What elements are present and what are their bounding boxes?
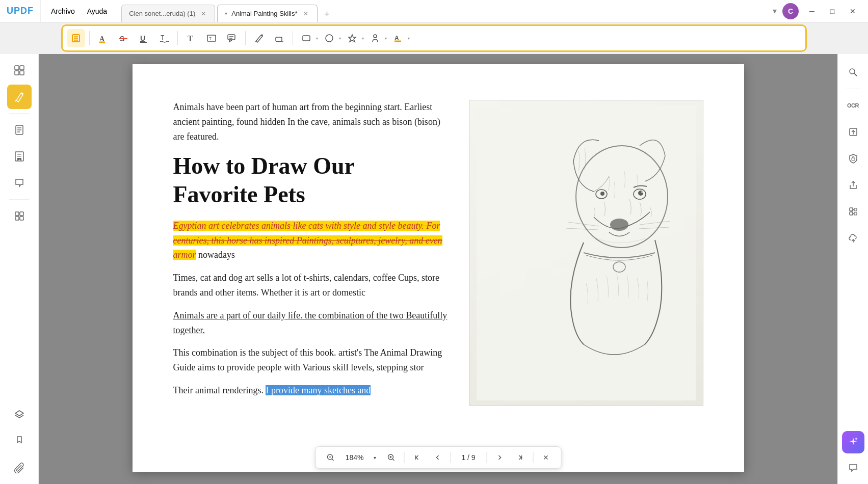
right-extract-icon[interactable]: [841, 120, 865, 144]
circle-tool-group[interactable]: ▾: [320, 29, 341, 47]
right-protect-icon[interactable]: [841, 146, 865, 171]
color-dropdown-arrow[interactable]: ▾: [408, 36, 410, 41]
zoom-value: 184%: [343, 453, 366, 462]
app-logo: UPDF: [0, 0, 41, 22]
right-sidebar: OCR: [837, 54, 868, 484]
svg-rect-27: [15, 66, 19, 70]
callout-tool-button[interactable]: [223, 29, 241, 47]
right-save-cloud-icon[interactable]: [841, 226, 865, 250]
document-area[interactable]: Animals have been part of human art from…: [39, 54, 837, 484]
heading-line-2: Favorite Pets: [173, 181, 305, 207]
sidebar-icon-comments[interactable]: [7, 171, 32, 195]
svg-point-24: [374, 35, 377, 38]
zoom-out-button[interactable]: [323, 450, 338, 465]
right-organize-icon[interactable]: [841, 199, 865, 224]
selected-text: I provide many sketches and: [266, 385, 371, 395]
sidebar-icon-bookmarks[interactable]: [7, 144, 32, 169]
text-box-tool-button[interactable]: T: [202, 29, 221, 47]
menu-ayuda[interactable]: Ayuda: [81, 5, 113, 17]
person-tool-button[interactable]: [366, 29, 384, 47]
sidebar-icon-layers[interactable]: [7, 402, 32, 427]
sidebar-icon-attachments[interactable]: [7, 455, 32, 480]
svg-rect-28: [20, 66, 24, 70]
right-share-icon[interactable]: [841, 173, 865, 197]
person-dropdown-arrow[interactable]: ▾: [385, 36, 387, 41]
add-tab-button[interactable]: +: [320, 7, 335, 22]
star-dropdown-arrow[interactable]: ▾: [362, 36, 364, 41]
underline-tool-button[interactable]: U: [135, 29, 153, 47]
tab-1[interactable]: Cien sonet...eruda) (1) ✕: [121, 5, 215, 22]
svg-rect-74: [850, 208, 853, 211]
tabs-area: Cien sonet...eruda) (1) ✕ ▾ Animal Paint…: [117, 0, 767, 22]
star-tool-group[interactable]: ▾: [343, 29, 364, 47]
svg-text:T: T: [209, 36, 212, 41]
svg-marker-45: [15, 411, 23, 416]
shapes-tool-group[interactable]: ▾: [297, 29, 318, 47]
navigation-bar: 184% ▾ 1 / 9: [315, 446, 561, 469]
squiggle-tool-button[interactable]: T: [155, 29, 173, 47]
color-tool-group[interactable]: A ▾: [389, 29, 410, 47]
first-page-button[interactable]: [409, 450, 425, 465]
tab-2-label: Animal Painting Skills*: [231, 10, 297, 17]
svg-rect-21: [303, 36, 310, 41]
close-nav-button[interactable]: ✕: [538, 450, 554, 465]
main-paragraph-1: Times, cat and dog art sells a lot of t-…: [173, 271, 454, 300]
shapes-tool-button[interactable]: [297, 29, 315, 47]
zoom-in-button[interactable]: [383, 450, 399, 465]
menu-archivo[interactable]: Archivo: [45, 5, 81, 17]
strikethrough-paragraph: Egyptian art celebrates animals like cat…: [173, 219, 454, 262]
minimize-button[interactable]: ─: [803, 4, 821, 18]
app-logo-text: UPDF: [7, 6, 34, 16]
right-search-icon[interactable]: [841, 60, 865, 85]
nav-separator-1: [404, 452, 404, 463]
last-page-button[interactable]: [512, 450, 528, 465]
svg-point-22: [326, 35, 333, 42]
title-bar: UPDF Archivo Ayuda Cien sonet...eruda) (…: [0, 0, 868, 22]
close-button[interactable]: ✕: [844, 4, 862, 18]
sidebar-icon-annotations[interactable]: [7, 85, 32, 109]
tab-1-close[interactable]: ✕: [199, 10, 207, 18]
pencil-tool-button[interactable]: [250, 29, 268, 47]
select-tool-button[interactable]: [67, 29, 85, 47]
user-avatar[interactable]: C: [782, 3, 799, 19]
sidebar-icon-pages[interactable]: [7, 118, 32, 142]
svg-marker-23: [349, 35, 356, 42]
expand-icon[interactable]: ▾: [767, 4, 782, 19]
svg-point-51: [641, 191, 643, 193]
svg-rect-19: [276, 37, 282, 41]
highlight-tool-button[interactable]: A: [94, 29, 112, 47]
sidebar-icon-organize[interactable]: [7, 204, 32, 228]
next-page-button[interactable]: [492, 450, 507, 465]
right-divider-1: [846, 89, 861, 89]
svg-point-77: [855, 438, 857, 440]
nav-separator-2: [450, 452, 451, 463]
separator-2: [177, 31, 178, 45]
eraser-tool-button[interactable]: [270, 29, 288, 47]
right-ai-icon[interactable]: [842, 431, 864, 453]
tab-2[interactable]: ▾ Animal Painting Skills* ✕: [217, 5, 317, 22]
person-tool-group[interactable]: ▾: [366, 29, 387, 47]
shapes-dropdown-arrow[interactable]: ▾: [316, 36, 318, 41]
sidebar-icon-bookmark-flag[interactable]: [7, 429, 32, 453]
svg-text:T: T: [188, 34, 193, 43]
sidebar-icon-thumbnails[interactable]: [7, 58, 32, 83]
svg-rect-43: [15, 217, 19, 220]
maximize-button[interactable]: □: [823, 4, 841, 18]
color-tool-button[interactable]: A: [389, 29, 407, 47]
star-tool-button[interactable]: [343, 29, 361, 47]
svg-rect-44: [20, 217, 23, 220]
right-ocr-icon[interactable]: OCR: [841, 93, 865, 118]
zoom-dropdown-button[interactable]: ▾: [371, 450, 378, 465]
underlined-text: Animals are a part of our daily life. th…: [173, 310, 448, 335]
svg-rect-42: [20, 212, 23, 216]
right-chat-icon[interactable]: [841, 455, 865, 480]
circle-tool-button[interactable]: [320, 29, 338, 47]
main-paragraph-2: This combination is the subject of this …: [173, 345, 454, 375]
svg-point-68: [850, 69, 855, 74]
tab-2-close[interactable]: ✕: [302, 10, 310, 18]
prev-page-button[interactable]: [430, 450, 445, 465]
circle-dropdown-arrow[interactable]: ▾: [339, 36, 341, 41]
text-tool-button[interactable]: T: [182, 29, 200, 47]
heading-line-1: How to Draw Our: [173, 153, 355, 179]
strikethrough-tool-button[interactable]: S: [114, 29, 133, 47]
